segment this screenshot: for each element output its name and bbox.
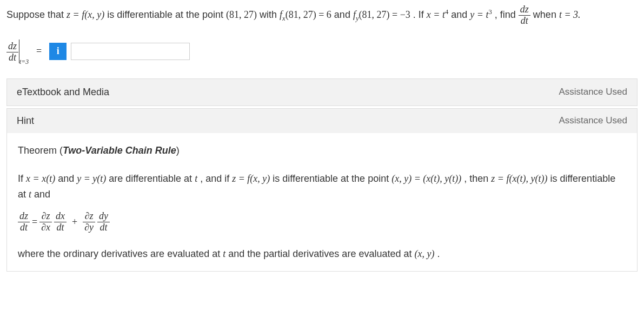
q-and1: and <box>334 9 353 20</box>
answer-input[interactable] <box>71 43 190 60</box>
eq-dz: dz <box>18 211 30 222</box>
eq-pzpx: ∂z ∂x <box>39 211 52 233</box>
p1o: and <box>34 189 50 200</box>
etextbook-assistance: Assistance Used <box>559 87 627 97</box>
p1b: x = x(t) <box>26 173 55 184</box>
p2xy: (x, y) <box>414 248 434 259</box>
eq-equals: = <box>32 214 37 230</box>
p1k: , then <box>464 173 491 184</box>
p2t: t <box>223 248 225 259</box>
eq-py: ∂y <box>83 222 95 233</box>
q-xexp: 4 <box>445 8 448 16</box>
eq-dydt: dy dt <box>97 211 110 233</box>
eq-dt2: dt <box>54 222 67 233</box>
p1g: , and if <box>200 173 232 184</box>
dzdt-eval: dz dt t=3 <box>6 39 29 63</box>
question-text: Suppose that z = f(x, y) is differentiab… <box>6 4 638 27</box>
eq-pz1: ∂z <box>39 211 52 222</box>
q-mid2: with <box>260 9 280 20</box>
equals-sign: = <box>36 45 42 57</box>
hint-paragraph-1: If x = x(t) and y = y(t) are differentia… <box>18 171 626 202</box>
eq-dzdt: dz dt <box>18 211 30 233</box>
eq-px: ∂x <box>39 222 52 233</box>
q-point: (81, 27) <box>226 9 257 20</box>
hint-header[interactable]: Hint Assistance Used <box>7 109 637 133</box>
ans-dt: dt <box>6 52 18 63</box>
p1a: If <box>18 173 26 184</box>
p1f: t <box>195 173 197 184</box>
q-mid3: . If <box>413 9 427 20</box>
q-yexp: 3 <box>488 8 492 16</box>
p1c: and <box>58 173 77 184</box>
eq-dx: dx <box>54 211 67 222</box>
q-yeq: y = t <box>470 9 488 20</box>
q-prefix: Suppose that <box>6 9 67 20</box>
p1h: z = f(x, y) <box>232 173 270 184</box>
hint-title: Hint <box>17 115 34 127</box>
q-tval: t = 3. <box>559 9 581 20</box>
p1j: (x, y) = (x(t), y(t)) <box>391 173 461 184</box>
q-zeq: z = f(x, y) <box>67 9 104 20</box>
eq-plus: + <box>72 214 77 230</box>
q-dzdt: dz dt <box>519 4 530 27</box>
info-icon[interactable]: i <box>49 43 67 60</box>
theorem-title: Theorem (Two-Variable Chain Rule) <box>18 143 626 159</box>
p1e: are differentiable at <box>109 173 195 184</box>
etextbook-title: eTextbook and Media <box>17 87 109 98</box>
q-xeq: x = t <box>427 9 445 20</box>
p1d: y = y(t) <box>77 173 106 184</box>
q-fxargs: (81, 27) = 6 <box>286 9 331 20</box>
hint-paragraph-2: where the ordinary derivatives are evalu… <box>18 246 626 262</box>
ans-dz: dz <box>6 41 18 52</box>
eq-dxdt: dx dt <box>54 211 67 233</box>
eq-dt: dt <box>18 222 30 233</box>
answer-row: dz dt t=3 = i <box>6 39 638 63</box>
p2c: . <box>437 248 440 259</box>
p2b: and the partial derivatives are evaluate… <box>228 248 414 259</box>
hint-assistance: Assistance Used <box>559 115 627 126</box>
q-dt: dt <box>519 16 530 27</box>
etextbook-header[interactable]: eTextbook and Media Assistance Used <box>7 79 637 106</box>
chain-rule-equation: dz dt = ∂z ∂x dx dt + ∂z ∂y dy dt <box>18 211 626 233</box>
q-when: when <box>533 9 559 20</box>
p1n: t <box>29 189 31 200</box>
hint-content: Theorem (Two-Variable Chain Rule) If x =… <box>7 133 637 272</box>
eq-pzpy: ∂z ∂y <box>83 211 95 233</box>
eq-dy: dy <box>97 211 110 222</box>
p1l: z = f(x(t), y(t)) <box>491 173 547 184</box>
hint-accordion: Hint Assistance Used Theorem (Two-Variab… <box>6 108 638 272</box>
q-and2: and <box>451 9 470 20</box>
p1i: is differentiable at the point <box>273 173 391 184</box>
eq-dt3: dt <box>97 222 110 233</box>
ans-frac: dz dt <box>6 41 18 63</box>
thm-prefix: Theorem ( <box>18 145 63 156</box>
thm-name: Two-Variable Chain Rule <box>63 145 176 156</box>
thm-suffix: ) <box>176 145 180 156</box>
etextbook-accordion: eTextbook and Media Assistance Used <box>6 78 638 106</box>
q-mid4: , find <box>495 9 519 20</box>
q-dz: dz <box>519 4 530 16</box>
p2a: where the ordinary derivatives are evalu… <box>18 248 223 259</box>
q-mid1: is differentiable at the point <box>107 9 226 20</box>
eq-pz2: ∂z <box>83 211 95 222</box>
q-fyargs: (81, 27) = −3 <box>359 9 410 20</box>
ans-sub: t=3 <box>19 58 29 65</box>
